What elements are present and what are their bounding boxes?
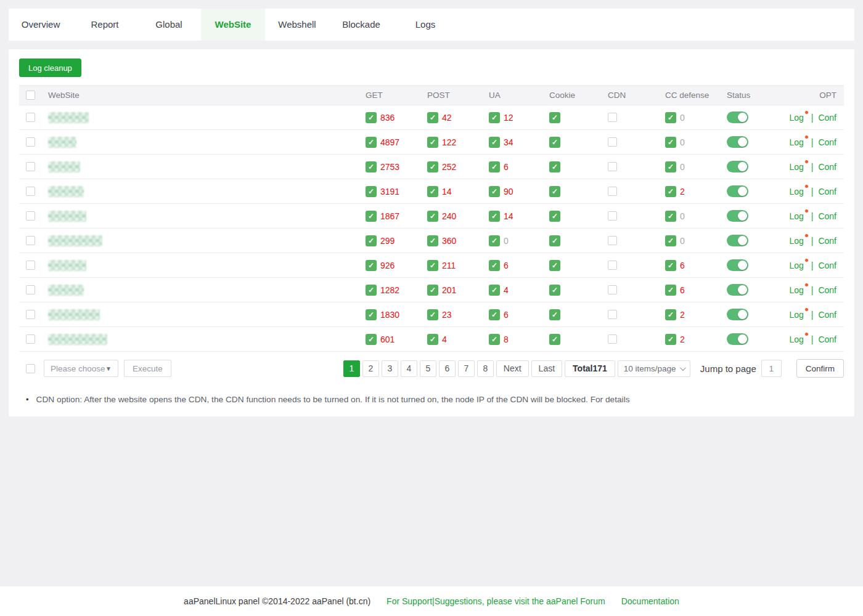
get-protect-checkmark-icon[interactable]: ✓: [366, 260, 377, 271]
cookie-protect-checkmark-icon[interactable]: ✓: [549, 137, 560, 148]
post-protect-checkmark-icon[interactable]: ✓: [427, 161, 438, 172]
conf-link[interactable]: Conf: [818, 187, 836, 197]
row-checkbox[interactable]: [26, 285, 35, 294]
row-checkbox[interactable]: [26, 261, 35, 270]
post-protect-checkmark-icon[interactable]: ✓: [427, 112, 438, 123]
log-link[interactable]: Log: [789, 113, 803, 123]
get-protect-checkmark-icon[interactable]: ✓: [366, 334, 377, 345]
page-button-1[interactable]: 1: [343, 360, 360, 377]
tab-webshell[interactable]: Webshell: [265, 9, 329, 41]
log-link[interactable]: Log: [789, 137, 803, 147]
row-checkbox[interactable]: [26, 310, 35, 319]
documentation-link[interactable]: Documentation: [621, 596, 679, 606]
post-protect-checkmark-icon[interactable]: ✓: [427, 285, 438, 296]
ua-protect-checkmark-icon[interactable]: ✓: [489, 211, 500, 222]
post-protect-checkmark-icon[interactable]: ✓: [427, 186, 438, 197]
ua-protect-checkmark-icon[interactable]: ✓: [489, 186, 500, 197]
confirm-button[interactable]: Confirm: [796, 359, 844, 378]
cc-defense-checkmark-icon[interactable]: ✓: [665, 112, 676, 123]
cdn-checkbox[interactable]: [608, 261, 617, 270]
tab-global[interactable]: Global: [137, 9, 201, 41]
select-all-checkbox[interactable]: [26, 91, 35, 100]
tab-website[interactable]: WebSite: [201, 9, 265, 41]
conf-link[interactable]: Conf: [818, 137, 836, 147]
get-protect-checkmark-icon[interactable]: ✓: [366, 309, 377, 320]
tab-blockade[interactable]: Blockade: [329, 9, 393, 41]
row-checkbox[interactable]: [26, 162, 35, 171]
log-link[interactable]: Log: [789, 236, 803, 246]
get-protect-checkmark-icon[interactable]: ✓: [366, 186, 377, 197]
conf-link[interactable]: Conf: [818, 334, 836, 344]
cdn-checkbox[interactable]: [608, 113, 617, 122]
conf-link[interactable]: Conf: [818, 113, 836, 123]
status-toggle[interactable]: [727, 111, 748, 123]
cc-defense-checkmark-icon[interactable]: ✓: [665, 137, 676, 148]
status-toggle[interactable]: [727, 284, 748, 296]
forum-link[interactable]: For Support|Suggestions, please visit th…: [387, 596, 605, 606]
page-button-6[interactable]: 6: [439, 360, 456, 377]
cookie-protect-checkmark-icon[interactable]: ✓: [549, 235, 560, 246]
cdn-checkbox[interactable]: [608, 162, 617, 171]
row-checkbox[interactable]: [26, 187, 35, 196]
post-protect-checkmark-icon[interactable]: ✓: [427, 211, 438, 222]
get-protect-checkmark-icon[interactable]: ✓: [366, 235, 377, 246]
cc-defense-checkmark-icon[interactable]: ✓: [665, 235, 676, 246]
cdn-checkbox[interactable]: [608, 236, 617, 245]
conf-link[interactable]: Conf: [818, 211, 836, 221]
post-protect-checkmark-icon[interactable]: ✓: [427, 334, 438, 345]
execute-button[interactable]: Execute: [124, 360, 171, 377]
row-checkbox[interactable]: [26, 211, 35, 221]
log-link[interactable]: Log: [789, 334, 803, 344]
tab-logs[interactable]: Logs: [393, 9, 457, 41]
ua-protect-checkmark-icon[interactable]: ✓: [489, 334, 500, 345]
tab-report[interactable]: Report: [73, 9, 137, 41]
page-size-select[interactable]: 10 items/page: [618, 360, 690, 377]
cdn-checkbox[interactable]: [608, 334, 617, 344]
get-protect-checkmark-icon[interactable]: ✓: [366, 137, 377, 148]
ua-protect-checkmark-icon[interactable]: ✓: [489, 137, 500, 148]
cc-defense-checkmark-icon[interactable]: ✓: [665, 309, 676, 320]
cdn-checkbox[interactable]: [608, 285, 617, 294]
conf-link[interactable]: Conf: [818, 310, 836, 320]
cc-defense-checkmark-icon[interactable]: ✓: [665, 285, 676, 296]
page-button-4[interactable]: 4: [401, 360, 417, 377]
cc-defense-checkmark-icon[interactable]: ✓: [665, 334, 676, 345]
post-protect-checkmark-icon[interactable]: ✓: [427, 309, 438, 320]
log-link[interactable]: Log: [789, 187, 803, 197]
log-link[interactable]: Log: [789, 261, 803, 270]
get-protect-checkmark-icon[interactable]: ✓: [366, 161, 377, 172]
cdn-checkbox[interactable]: [608, 310, 617, 319]
bulk-select-checkbox[interactable]: [26, 364, 35, 373]
status-toggle[interactable]: [727, 333, 748, 345]
cdn-checkbox[interactable]: [608, 137, 617, 147]
status-toggle[interactable]: [727, 235, 748, 246]
cookie-protect-checkmark-icon[interactable]: ✓: [549, 211, 560, 222]
conf-link[interactable]: Conf: [818, 261, 836, 270]
row-checkbox[interactable]: [26, 113, 35, 122]
row-checkbox[interactable]: [26, 334, 35, 344]
get-protect-checkmark-icon[interactable]: ✓: [366, 211, 377, 222]
log-link[interactable]: Log: [789, 162, 803, 172]
ua-protect-checkmark-icon[interactable]: ✓: [489, 161, 500, 172]
cc-defense-checkmark-icon[interactable]: ✓: [665, 211, 676, 222]
status-toggle[interactable]: [727, 210, 748, 222]
conf-link[interactable]: Conf: [818, 285, 836, 295]
cdn-checkbox[interactable]: [608, 187, 617, 196]
post-protect-checkmark-icon[interactable]: ✓: [427, 137, 438, 148]
cookie-protect-checkmark-icon[interactable]: ✓: [549, 309, 560, 320]
cc-defense-checkmark-icon[interactable]: ✓: [665, 260, 676, 271]
row-checkbox[interactable]: [26, 137, 35, 147]
status-toggle[interactable]: [727, 309, 748, 320]
status-toggle[interactable]: [727, 161, 748, 172]
row-checkbox[interactable]: [26, 236, 35, 245]
log-link[interactable]: Log: [789, 285, 803, 295]
post-protect-checkmark-icon[interactable]: ✓: [427, 260, 438, 271]
next-page-button[interactable]: Next: [496, 360, 529, 377]
cookie-protect-checkmark-icon[interactable]: ✓: [549, 260, 560, 271]
ua-protect-checkmark-icon[interactable]: ✓: [489, 309, 500, 320]
last-page-button[interactable]: Last: [531, 360, 562, 377]
tab-overview[interactable]: Overview: [9, 9, 73, 41]
ua-protect-checkmark-icon[interactable]: ✓: [489, 285, 500, 296]
ua-protect-checkmark-icon[interactable]: ✓: [489, 112, 500, 123]
cookie-protect-checkmark-icon[interactable]: ✓: [549, 112, 560, 123]
